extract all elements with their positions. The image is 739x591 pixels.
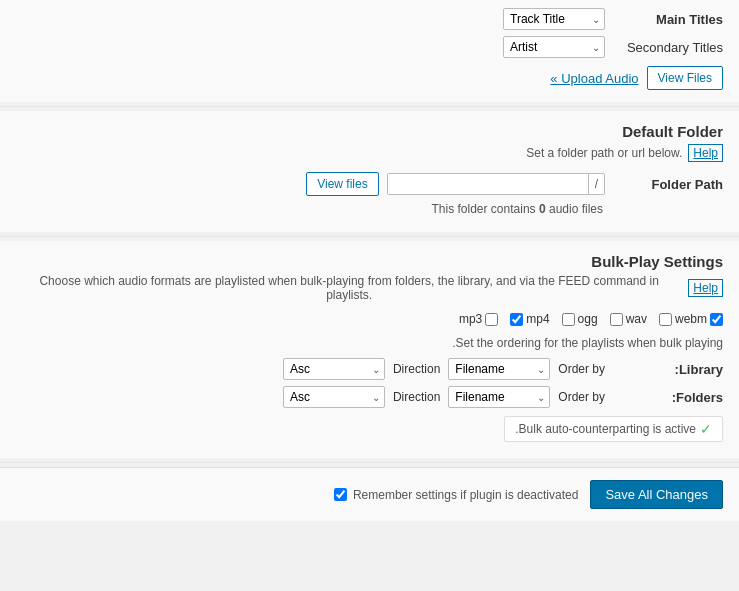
artist-row: ⌄ Artist Secondary Titles xyxy=(16,36,723,58)
folders-order-select-wrapper[interactable]: ⌄ Filename Title Date xyxy=(448,386,550,408)
ordering-note: .Set the ordering for the playlists when… xyxy=(16,336,723,350)
format-wav: wav xyxy=(610,312,647,326)
folder-path-row: View files / Folder Path xyxy=(16,172,723,196)
ogg-checkbox[interactable] xyxy=(562,313,575,326)
folder-input-wrapper: / xyxy=(387,173,605,195)
folder-audio-count: 0 xyxy=(539,202,546,216)
bulk-play-description: Choose which audio formats are playliste… xyxy=(16,274,682,302)
bulk-play-title: Bulk-Play Settings xyxy=(16,253,723,270)
folder-help-link[interactable]: Help xyxy=(688,144,723,162)
view-files-button-titles[interactable]: View Files xyxy=(647,66,723,90)
save-all-changes-button[interactable]: Save All Changes xyxy=(590,480,723,509)
format-webm: webm xyxy=(659,312,723,326)
track-title-select-wrapper[interactable]: ⌄ Track Title xyxy=(503,8,605,30)
library-dir-select-wrapper[interactable]: ⌄ Asc Desc xyxy=(283,358,385,380)
view-files-button-folder[interactable]: View files xyxy=(306,172,378,196)
footer-section: Remember settings if plugin is deactivat… xyxy=(0,467,739,521)
folder-subtitle-row: Set a folder path or url below. Help xyxy=(16,144,723,162)
remember-row: Remember settings if plugin is deactivat… xyxy=(334,488,578,502)
wav-checkbox[interactable] xyxy=(610,313,623,326)
library-dir-label: Direction xyxy=(393,362,440,376)
folder-path-input[interactable] xyxy=(388,174,588,194)
folder-section-title: Default Folder xyxy=(16,123,723,140)
library-dir-select[interactable]: Asc Desc xyxy=(284,359,384,379)
formats-row: mp3 mp4 ogg wav webm xyxy=(16,312,723,326)
track-title-row: ⌄ Track Title Main Titles xyxy=(16,8,723,30)
folders-dir-select[interactable]: Asc Desc xyxy=(284,387,384,407)
mp3-label: mp3 xyxy=(459,312,482,326)
divider-2 xyxy=(0,236,739,237)
divider-3 xyxy=(0,462,739,463)
format-mp3: mp3 xyxy=(459,312,498,326)
artist-select-wrapper[interactable]: ⌄ Artist xyxy=(503,36,605,58)
divider-1 xyxy=(0,106,739,107)
webm-label: webm xyxy=(675,312,707,326)
webm-checkbox-2[interactable] xyxy=(710,313,723,326)
folders-order-row: ⌄ Asc Desc Direction ⌄ Filename Title Da… xyxy=(16,386,723,408)
track-title-select[interactable]: Track Title xyxy=(504,9,604,29)
wav-label: wav xyxy=(626,312,647,326)
library-order-label: Order by xyxy=(558,362,605,376)
bulk-play-help-link[interactable]: Help xyxy=(688,279,723,297)
folder-path-label: Folder Path xyxy=(613,177,723,192)
library-order-row: ⌄ Asc Desc Direction ⌄ Filename Title Da… xyxy=(16,358,723,380)
bulk-play-desc-row: Choose which audio formats are playliste… xyxy=(16,274,723,302)
library-target-label: :Library xyxy=(613,362,723,377)
library-order-select-wrapper[interactable]: ⌄ Filename Title Date xyxy=(448,358,550,380)
folders-dir-label: Direction xyxy=(393,390,440,404)
bulk-note-content: .Bulk auto-counterparting is active ✓ xyxy=(504,416,723,442)
webm-checkbox[interactable] xyxy=(659,313,672,326)
library-order-select[interactable]: Filename Title Date xyxy=(449,359,549,379)
folder-info-text: This folder contains 0 audio files xyxy=(432,202,603,216)
secondary-titles-label: Secondary Titles xyxy=(613,40,723,55)
folder-subtitle-text: Set a folder path or url below. xyxy=(526,146,682,160)
folders-dir-select-wrapper[interactable]: ⌄ Asc Desc xyxy=(283,386,385,408)
folder-slash: / xyxy=(588,174,604,194)
folder-info-row: This folder contains 0 audio files xyxy=(16,202,603,216)
main-titles-label: Main Titles xyxy=(613,12,723,27)
ogg-label: ogg xyxy=(578,312,598,326)
folders-target-label: :Folders xyxy=(613,390,723,405)
format-ogg: ogg xyxy=(562,312,598,326)
bulk-note-text-label: .Bulk auto-counterparting is active xyxy=(515,422,696,436)
upload-audio-link[interactable]: « Upload Audio xyxy=(550,71,638,86)
mp3-checkbox[interactable] xyxy=(485,313,498,326)
bulk-active-check-icon: ✓ xyxy=(700,421,712,437)
remember-label: Remember settings if plugin is deactivat… xyxy=(353,488,578,502)
folders-order-label: Order by xyxy=(558,390,605,404)
mp4-checkbox[interactable] xyxy=(510,313,523,326)
upload-row: « Upload Audio View Files xyxy=(16,66,723,90)
titles-section: ⌄ Track Title Main Titles ⌄ Artist Secon… xyxy=(0,0,739,102)
folder-suffix: audio files xyxy=(549,202,603,216)
default-folder-section: Default Folder Set a folder path or url … xyxy=(0,111,739,232)
format-mp4: mp4 xyxy=(510,312,549,326)
mp4-label: mp4 xyxy=(526,312,549,326)
bulk-note-row: .Bulk auto-counterparting is active ✓ xyxy=(16,416,723,442)
bulk-play-section: Bulk-Play Settings Choose which audio fo… xyxy=(0,241,739,458)
artist-select[interactable]: Artist xyxy=(504,37,604,57)
folders-order-select[interactable]: Filename Title Date xyxy=(449,387,549,407)
remember-checkbox[interactable] xyxy=(334,488,347,501)
